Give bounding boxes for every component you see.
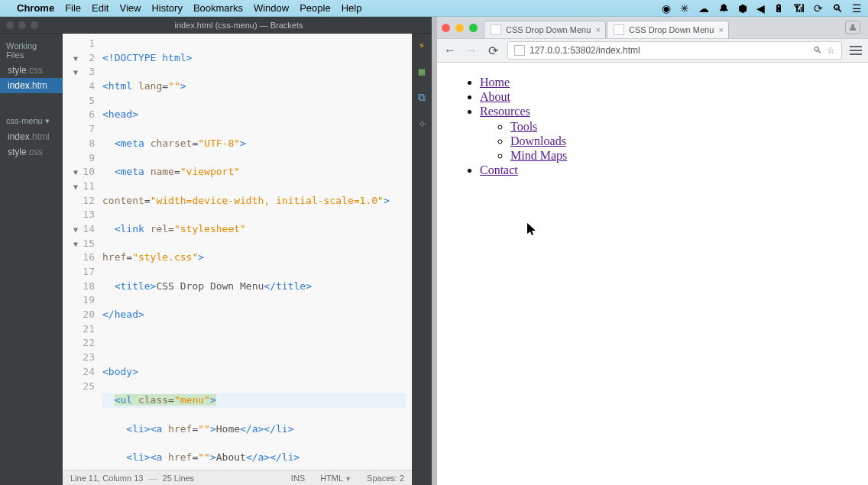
nav-link-mindmaps[interactable]: Mind Maps [510,149,567,162]
brackets-title: index.html (css-menu) — Brackets [46,21,432,30]
zoom-icon[interactable] [469,24,478,32]
wifi-icon[interactable]: 📶︎ [794,2,805,15]
brackets-toolstrip: ⚡ ▦ ⧉ ⟡ [412,34,432,485]
brackets-window: index.html (css-menu) — Brackets Working… [0,17,432,485]
working-files-heading: Working Files [0,38,63,63]
sidebar-item-project-style[interactable]: style.css [0,144,63,160]
user-icon[interactable]: 👤︎ [842,21,863,34]
chrome-tabbar: CSS Drop Down Menu × CSS Drop Down Menu … [437,17,868,38]
menu-window[interactable]: Window [254,2,289,14]
menu-bookmarks[interactable]: Bookmarks [193,2,243,14]
volume-icon[interactable]: ◀︎ [756,2,765,15]
tab-title: CSS Drop Down Menu [506,25,591,34]
minimize-icon[interactable] [455,24,464,32]
close-icon[interactable] [6,21,14,29]
page-icon [614,24,624,35]
chrome-tab-1[interactable]: CSS Drop Down Menu × [484,21,606,38]
url-text: 127.0.0.1:53802/index.html [530,45,640,56]
reload-button[interactable]: ⟳ [486,44,500,58]
minimize-icon[interactable] [18,21,26,29]
menu-help[interactable]: Help [342,2,362,14]
brackets-sidebar: Working Files style.css index.htm css-me… [0,34,63,485]
project-heading[interactable]: css-menu ▾ [0,113,63,129]
menu-file[interactable]: File [65,2,81,14]
search-icon[interactable]: 🔍︎ [832,2,843,15]
chrome-menu-icon[interactable] [850,46,862,55]
zoom-icon[interactable]: 🔍︎ [813,45,822,56]
extension-icon[interactable]: ▦ [415,64,429,78]
menu-history[interactable]: History [151,2,182,14]
zoom-icon[interactable] [31,21,38,29]
nav-link-downloads[interactable]: Downloads [510,134,566,147]
status-icon[interactable]: ◉ [662,2,671,15]
brackets-statusbar: Line 11, Column 13 — 25 Lines INS HTML▼ … [63,470,412,485]
sync-icon[interactable]: ⟳ [814,2,823,15]
nav-link-home[interactable]: Home [480,76,510,89]
nav-link-resources[interactable]: Resources [480,105,530,118]
forward-button[interactable]: → [465,44,478,57]
chrome-tab-2[interactable]: CSS Drop Down Menu × [607,21,729,38]
status-icon[interactable]: ✳︎ [680,2,689,15]
menu-edit[interactable]: Edit [92,2,108,14]
bookmark-icon[interactable]: ☆ [827,45,835,56]
page-icon [491,24,501,35]
code-icon[interactable]: ⧉ [415,90,429,104]
menu-icon[interactable]: ☰ [852,2,862,15]
tab-title: CSS Drop Down Menu [629,25,714,34]
language-selector[interactable]: HTML▼ [320,474,351,483]
bell-icon[interactable]: 🔔︎ [718,2,729,15]
page-icon [514,45,525,56]
sidebar-item-project-index[interactable]: index.html [0,129,63,144]
chrome-window: CSS Drop Down Menu × CSS Drop Down Menu … [436,17,868,485]
insert-mode[interactable]: INS [291,474,305,483]
battery-icon[interactable]: 🔋︎ [774,2,785,15]
chrome-toolbar: ← → ⟳ 127.0.0.1:53802/index.html 🔍︎ ☆ [437,38,868,63]
line-gutter: 1 ▼2 ▼3 4 5 6 7 8 9 ▼10 ▼11 12 13 ▼14 [63,34,99,470]
close-icon[interactable]: × [596,25,601,34]
sidebar-item-indexhtml[interactable]: index.htm [0,78,63,93]
indent-selector[interactable]: Spaces: 2 [367,474,404,483]
live-preview-icon[interactable]: ⚡ [415,38,429,52]
nav-link-tools[interactable]: Tools [510,120,537,133]
settings-icon[interactable]: ⟡ [415,116,429,130]
close-icon[interactable] [442,24,450,32]
cursor-position: Line 11, Column 13 [70,474,143,483]
code-editor[interactable]: <!DOCTYPE html> <html lang=""> <head> <m… [99,34,412,470]
dropbox-icon[interactable]: ⬢ [738,2,747,15]
sidebar-item-stylecss[interactable]: style.css [0,63,63,78]
cursor-icon [527,223,536,237]
brackets-titlebar[interactable]: index.html (css-menu) — Brackets [0,17,432,34]
menu-view[interactable]: View [119,2,141,14]
line-count: 25 Lines [163,474,195,483]
address-bar[interactable]: 127.0.0.1:53802/index.html 🔍︎ ☆ [507,41,842,60]
mac-menubar: Chrome File Edit View History Bookmarks … [0,0,868,17]
close-icon[interactable]: × [719,25,724,34]
page-content: Home About Resources Tools Downloads Min… [437,63,868,485]
menu-people[interactable]: People [300,2,330,14]
nav-link-about[interactable]: About [480,90,510,103]
app-name[interactable]: Chrome [17,2,54,14]
nav-link-contact[interactable]: Contact [480,163,518,176]
back-button[interactable]: ← [443,44,457,57]
cloud-icon[interactable]: ☁︎ [698,2,709,15]
